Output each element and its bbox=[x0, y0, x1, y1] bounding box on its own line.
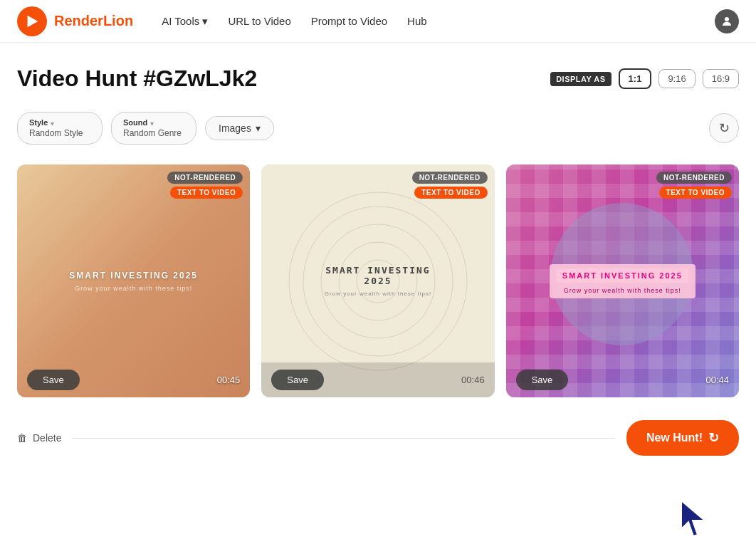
navbar: RenderLion AI Tools ▾ URL to Video Promp… bbox=[0, 0, 756, 43]
save-button-1[interactable]: Save bbox=[27, 370, 80, 390]
sound-label: Sound bbox=[123, 118, 147, 127]
video-grid: NOT-RENDERED TEXT TO VIDEO SMART INVESTI… bbox=[17, 164, 739, 397]
type-badge-3: TEXT TO VIDEO bbox=[659, 187, 732, 199]
duration-2: 00:46 bbox=[461, 375, 485, 385]
thumb-subtitle-1: Grow your wealth with these tips! bbox=[69, 285, 198, 292]
style-chevron: ▾ bbox=[51, 120, 54, 127]
delete-label: Delete bbox=[33, 432, 61, 444]
thumb-subtitle-3: Grow your wealth with these tips! bbox=[557, 287, 688, 294]
nav-links: AI Tools ▾ URL to Video Prompt to Video … bbox=[162, 15, 715, 28]
status-badge-3: NOT-RENDERED bbox=[656, 172, 732, 184]
new-hunt-button[interactable]: New Hunt! ↻ bbox=[626, 420, 739, 456]
nav-hub[interactable]: Hub bbox=[407, 15, 427, 27]
ratio-9-16[interactable]: 9:16 bbox=[658, 69, 695, 88]
logo[interactable]: RenderLion bbox=[17, 6, 133, 36]
thumb-title-wrapper-3: SMART INVESTING 2025 Grow your wealth wi… bbox=[550, 264, 695, 298]
duration-1: 00:45 bbox=[217, 375, 241, 385]
video-card-2: NOT-RENDERED TEXT TO VIDEO SMART INVESTI… bbox=[261, 164, 494, 397]
play-icon bbox=[24, 14, 40, 29]
page-title: Video Hunt #GZwLJk2 bbox=[17, 66, 257, 92]
display-as-label: DISPLAY AS bbox=[550, 72, 611, 86]
duration-3: 00:44 bbox=[705, 375, 729, 385]
sound-value: Random Genre bbox=[123, 128, 182, 138]
thumb-content-3: SMART INVESTING 2025 Grow your wealth wi… bbox=[535, 250, 710, 313]
images-filter[interactable]: Images ▾ bbox=[205, 116, 274, 140]
nav-ai-tools[interactable]: AI Tools ▾ bbox=[162, 15, 208, 28]
refresh-icon: ↻ bbox=[719, 120, 730, 136]
badge-row-3: NOT-RENDERED TEXT TO VIDEO bbox=[656, 172, 732, 199]
bottom-row: 🗑 Delete New Hunt! ↻ bbox=[17, 420, 739, 456]
badge-row-1: NOT-RENDERED TEXT TO VIDEO bbox=[167, 172, 243, 199]
new-hunt-label: New Hunt! bbox=[646, 432, 703, 444]
svg-point-1 bbox=[725, 17, 729, 21]
thumb-title-3: SMART INVESTING 2025 bbox=[557, 268, 688, 283]
trash-icon: 🗑 bbox=[17, 432, 27, 444]
style-filter[interactable]: Style ▾ Random Style bbox=[17, 112, 103, 145]
thumb-subtitle-2: Grow your wealth with these tips! bbox=[325, 291, 431, 297]
images-label: Images bbox=[219, 122, 251, 134]
save-button-3[interactable]: Save bbox=[516, 370, 569, 390]
sound-chevron: ▾ bbox=[150, 120, 154, 127]
refresh-button[interactable]: ↻ bbox=[709, 113, 739, 143]
status-badge-1: NOT-RENDERED bbox=[167, 172, 243, 184]
video-card-1: NOT-RENDERED TEXT TO VIDEO SMART INVESTI… bbox=[17, 164, 250, 397]
bottom-divider bbox=[73, 438, 614, 439]
status-badge-2: NOT-RENDERED bbox=[412, 172, 488, 184]
user-avatar[interactable] bbox=[715, 9, 739, 33]
ratio-1-1[interactable]: 1:1 bbox=[619, 68, 652, 89]
nav-prompt-to-video[interactable]: Prompt to Video bbox=[311, 15, 387, 27]
type-badge-1: TEXT TO VIDEO bbox=[170, 187, 243, 199]
logo-text: RenderLion bbox=[54, 13, 133, 29]
video-card-3: NOT-RENDERED TEXT TO VIDEO SMART INVESTI… bbox=[506, 164, 739, 397]
header-row: Video Hunt #GZwLJk2 DISPLAY AS 1:1 9:16 … bbox=[17, 66, 739, 92]
images-chevron: ▾ bbox=[256, 122, 261, 134]
delete-button[interactable]: 🗑 Delete bbox=[17, 432, 61, 444]
sound-filter[interactable]: Sound ▾ Random Genre bbox=[111, 112, 196, 145]
card-footer-2: Save 00:46 bbox=[261, 362, 494, 397]
svg-marker-0 bbox=[28, 15, 38, 27]
nav-url-to-video[interactable]: URL to Video bbox=[228, 15, 290, 27]
card-footer-3: Save 00:44 bbox=[506, 362, 739, 397]
thumb-content-1: SMART INVESTING 2025 Grow your wealth wi… bbox=[55, 256, 212, 306]
thumb-title-2: SMART INVESTING2025 bbox=[325, 265, 431, 286]
main-content: Video Hunt #GZwLJk2 DISPLAY AS 1:1 9:16 … bbox=[0, 43, 756, 484]
thumb-content-2: SMART INVESTING2025 Grow your wealth wit… bbox=[310, 251, 446, 311]
thumb-title-1: SMART INVESTING 2025 bbox=[69, 271, 198, 281]
logo-icon bbox=[17, 6, 47, 36]
card-footer-1: Save 00:45 bbox=[17, 362, 250, 397]
style-label: Style bbox=[29, 118, 48, 127]
save-button-2[interactable]: Save bbox=[271, 370, 324, 390]
display-controls: DISPLAY AS 1:1 9:16 16:9 bbox=[550, 68, 739, 89]
style-value: Random Style bbox=[29, 128, 83, 138]
filter-row: Style ▾ Random Style Sound ▾ Random Genr… bbox=[17, 112, 739, 145]
refresh-icon-sm: ↻ bbox=[708, 430, 719, 446]
ratio-16-9[interactable]: 16:9 bbox=[703, 69, 739, 88]
